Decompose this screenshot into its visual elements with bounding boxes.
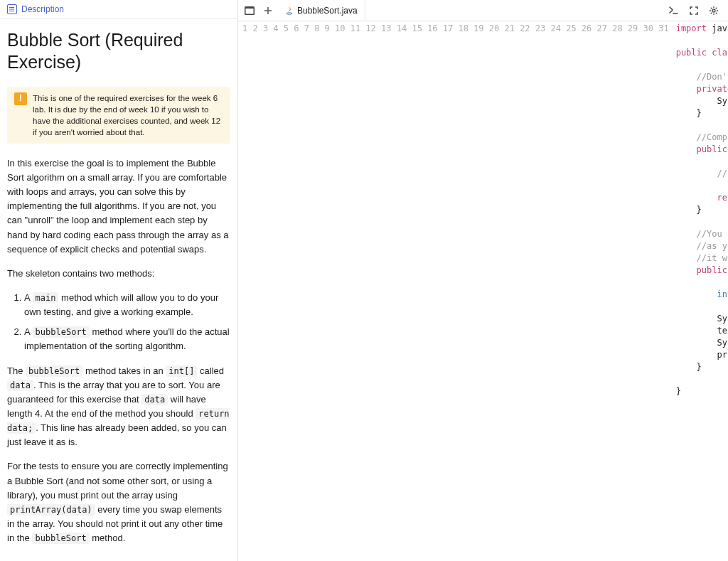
skeleton-list: A main method which will allow you to do… [7, 291, 230, 354]
editor-toolbar-right [665, 2, 725, 19]
file-tab-label: BubbleSort.java [297, 6, 358, 16]
description-content: Bubble Sort (Required Exercise) ! This i… [0, 19, 237, 561]
java-file-icon [285, 6, 294, 16]
line-numbers-gutter: 1 2 3 4 5 6 7 8 9 10 11 12 13 14 15 16 1… [238, 21, 676, 561]
code-main: main [33, 292, 59, 304]
code-bubblesort: bubbleSort [33, 326, 90, 338]
gear-icon[interactable] [705, 2, 722, 19]
list-item: A bubbleSort method where you'll do the … [24, 325, 230, 353]
description-panel: Description Bubble Sort (Required Exerci… [0, 0, 238, 561]
code-content[interactable]: import java.util.Arrays; public class Bu… [676, 21, 728, 561]
list-item: A main method which will allow you to do… [24, 291, 230, 319]
file-tab-bubblesort[interactable]: BubbleSort.java [278, 0, 365, 21]
editor-panel: BubbleSort.java 1 2 3 4 5 6 7 8 9 10 11 … [238, 0, 728, 561]
add-tab-icon[interactable] [259, 2, 277, 19]
alert-box: ! This is one of the required exercises … [7, 87, 230, 144]
console-icon[interactable] [665, 2, 682, 19]
code-editor[interactable]: 1 2 3 4 5 6 7 8 9 10 11 12 13 14 15 16 1… [238, 21, 728, 561]
svg-point-3 [712, 9, 715, 12]
exercise-title: Bubble Sort (Required Exercise) [7, 29, 230, 74]
paragraph-2: The skeleton contains two methods: [7, 267, 230, 281]
paragraph-4: For the tests to ensure you are correctl… [7, 459, 230, 545]
description-icon [7, 4, 17, 14]
description-header-label: Description [21, 4, 64, 14]
editor-tabs-bar: BubbleSort.java [238, 0, 728, 21]
paragraph-3: The bubbleSort method takes in an int[] … [7, 364, 230, 450]
description-header: Description [0, 0, 237, 19]
expand-icon[interactable] [685, 2, 702, 19]
terminal-icon[interactable] [241, 2, 258, 19]
alert-text: This is one of the required exercises fo… [33, 92, 223, 138]
svg-rect-1 [246, 9, 254, 14]
svg-point-2 [287, 12, 292, 14]
warning-icon: ! [14, 92, 27, 105]
paragraph-1: In this exercise the goal is to implemen… [7, 156, 230, 257]
